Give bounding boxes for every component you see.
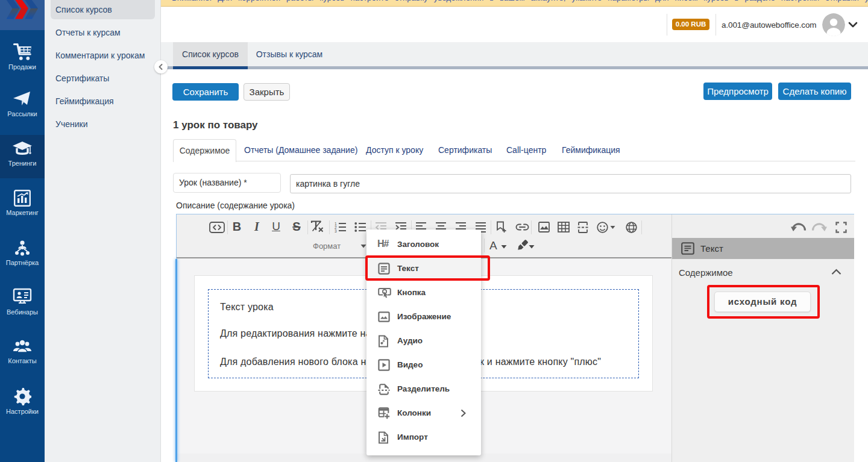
svg-text:3: 3 <box>335 229 337 233</box>
